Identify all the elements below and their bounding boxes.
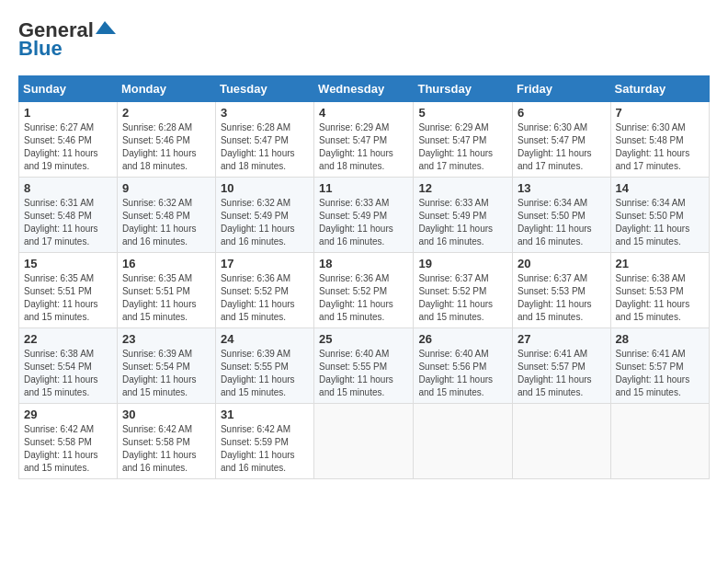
day-number: 18: [319, 257, 408, 270]
calendar-cell: [610, 404, 709, 479]
dow-header-friday: Friday: [513, 76, 611, 102]
calendar-cell: 1Sunrise: 6:27 AMSunset: 5:46 PMDaylight…: [19, 102, 118, 178]
day-number: 20: [518, 257, 606, 270]
day-info: Sunrise: 6:36 AMSunset: 5:52 PMDaylight:…: [221, 272, 309, 324]
calendar-week-5: 29Sunrise: 6:42 AMSunset: 5:58 PMDayligh…: [19, 404, 710, 479]
dow-header-saturday: Saturday: [610, 76, 709, 102]
day-info: Sunrise: 6:37 AMSunset: 5:52 PMDaylight:…: [418, 272, 507, 324]
calendar-cell: 20Sunrise: 6:37 AMSunset: 5:53 PMDayligh…: [513, 253, 611, 328]
day-info: Sunrise: 6:42 AMSunset: 5:58 PMDaylight:…: [24, 423, 112, 475]
day-info: Sunrise: 6:36 AMSunset: 5:52 PMDaylight:…: [319, 272, 408, 324]
day-number: 31: [221, 408, 309, 421]
calendar-cell: 18Sunrise: 6:36 AMSunset: 5:52 PMDayligh…: [314, 253, 414, 328]
calendar-cell: 19Sunrise: 6:37 AMSunset: 5:52 PMDayligh…: [414, 253, 513, 328]
calendar-cell: 12Sunrise: 6:33 AMSunset: 5:49 PMDayligh…: [414, 178, 513, 253]
calendar-cell: [414, 404, 513, 479]
calendar-table: SundayMondayTuesdayWednesdayThursdayFrid…: [18, 75, 710, 479]
day-number: 28: [616, 332, 704, 346]
calendar-body: 1Sunrise: 6:27 AMSunset: 5:46 PMDaylight…: [19, 102, 710, 479]
dow-header-monday: Monday: [117, 76, 215, 102]
day-number: 5: [418, 106, 507, 120]
day-info: Sunrise: 6:42 AMSunset: 5:58 PMDaylight:…: [122, 423, 210, 475]
calendar-cell: 28Sunrise: 6:41 AMSunset: 5:57 PMDayligh…: [610, 328, 709, 404]
day-info: Sunrise: 6:33 AMSunset: 5:49 PMDaylight:…: [418, 197, 507, 248]
calendar-cell: [314, 404, 414, 479]
day-info: Sunrise: 6:31 AMSunset: 5:48 PMDaylight:…: [24, 197, 112, 248]
day-number: 10: [221, 181, 309, 195]
calendar-cell: 29Sunrise: 6:42 AMSunset: 5:58 PMDayligh…: [19, 404, 118, 479]
calendar-cell: 10Sunrise: 6:32 AMSunset: 5:49 PMDayligh…: [215, 178, 313, 253]
day-info: Sunrise: 6:42 AMSunset: 5:59 PMDaylight:…: [221, 423, 309, 475]
day-number: 4: [319, 106, 408, 120]
day-info: Sunrise: 6:27 AMSunset: 5:46 PMDaylight:…: [24, 121, 112, 173]
day-info: Sunrise: 6:28 AMSunset: 5:46 PMDaylight:…: [122, 121, 210, 173]
logo: General Blue: [18, 18, 116, 61]
calendar-cell: 4Sunrise: 6:29 AMSunset: 5:47 PMDaylight…: [314, 102, 414, 178]
day-number: 27: [518, 332, 606, 346]
calendar-week-3: 15Sunrise: 6:35 AMSunset: 5:51 PMDayligh…: [19, 253, 710, 328]
day-info: Sunrise: 6:30 AMSunset: 5:47 PMDaylight:…: [518, 121, 606, 173]
day-info: Sunrise: 6:40 AMSunset: 5:55 PMDaylight:…: [319, 348, 408, 399]
calendar-cell: 17Sunrise: 6:36 AMSunset: 5:52 PMDayligh…: [215, 253, 313, 328]
day-number: 8: [24, 181, 112, 195]
calendar-cell: 3Sunrise: 6:28 AMSunset: 5:47 PMDaylight…: [215, 102, 313, 178]
calendar-cell: 6Sunrise: 6:30 AMSunset: 5:47 PMDaylight…: [513, 102, 611, 178]
day-number: 17: [221, 257, 309, 270]
day-info: Sunrise: 6:29 AMSunset: 5:47 PMDaylight:…: [319, 121, 408, 173]
day-info: Sunrise: 6:41 AMSunset: 5:57 PMDaylight:…: [518, 348, 606, 399]
calendar-cell: 8Sunrise: 6:31 AMSunset: 5:48 PMDaylight…: [19, 178, 118, 253]
calendar-cell: 16Sunrise: 6:35 AMSunset: 5:51 PMDayligh…: [117, 253, 215, 328]
day-number: 24: [221, 332, 309, 346]
svg-marker-0: [96, 21, 116, 34]
day-number: 2: [122, 106, 210, 120]
day-number: 12: [418, 181, 507, 195]
page-header: General Blue: [18, 18, 710, 61]
day-info: Sunrise: 6:39 AMSunset: 5:55 PMDaylight:…: [221, 348, 309, 399]
day-info: Sunrise: 6:40 AMSunset: 5:56 PMDaylight:…: [418, 348, 507, 399]
calendar-cell: 23Sunrise: 6:39 AMSunset: 5:54 PMDayligh…: [117, 328, 215, 404]
calendar-cell: 26Sunrise: 6:40 AMSunset: 5:56 PMDayligh…: [414, 328, 513, 404]
calendar-cell: 13Sunrise: 6:34 AMSunset: 5:50 PMDayligh…: [513, 178, 611, 253]
dow-header-thursday: Thursday: [414, 76, 513, 102]
day-number: 13: [518, 181, 606, 195]
day-number: 16: [122, 257, 210, 270]
day-info: Sunrise: 6:37 AMSunset: 5:53 PMDaylight:…: [518, 272, 606, 324]
calendar-week-2: 8Sunrise: 6:31 AMSunset: 5:48 PMDaylight…: [19, 178, 710, 253]
calendar-cell: 2Sunrise: 6:28 AMSunset: 5:46 PMDaylight…: [117, 102, 215, 178]
day-info: Sunrise: 6:33 AMSunset: 5:49 PMDaylight:…: [319, 197, 408, 248]
calendar-cell: 15Sunrise: 6:35 AMSunset: 5:51 PMDayligh…: [19, 253, 118, 328]
day-number: 23: [122, 332, 210, 346]
calendar-cell: 31Sunrise: 6:42 AMSunset: 5:59 PMDayligh…: [215, 404, 313, 479]
calendar-cell: 24Sunrise: 6:39 AMSunset: 5:55 PMDayligh…: [215, 328, 313, 404]
day-info: Sunrise: 6:38 AMSunset: 5:53 PMDaylight:…: [616, 272, 704, 324]
calendar-week-4: 22Sunrise: 6:38 AMSunset: 5:54 PMDayligh…: [19, 328, 710, 404]
day-info: Sunrise: 6:32 AMSunset: 5:48 PMDaylight:…: [122, 197, 210, 248]
day-number: 22: [24, 332, 112, 346]
day-number: 7: [616, 106, 704, 120]
day-info: Sunrise: 6:29 AMSunset: 5:47 PMDaylight:…: [418, 121, 507, 173]
calendar-week-1: 1Sunrise: 6:27 AMSunset: 5:46 PMDaylight…: [19, 102, 710, 178]
day-info: Sunrise: 6:34 AMSunset: 5:50 PMDaylight:…: [616, 197, 704, 248]
days-of-week-row: SundayMondayTuesdayWednesdayThursdayFrid…: [19, 76, 710, 102]
dow-header-sunday: Sunday: [19, 76, 118, 102]
calendar-cell: 14Sunrise: 6:34 AMSunset: 5:50 PMDayligh…: [610, 178, 709, 253]
day-info: Sunrise: 6:32 AMSunset: 5:49 PMDaylight:…: [221, 197, 309, 248]
day-info: Sunrise: 6:39 AMSunset: 5:54 PMDaylight:…: [122, 348, 210, 399]
day-number: 9: [122, 181, 210, 195]
calendar-cell: 11Sunrise: 6:33 AMSunset: 5:49 PMDayligh…: [314, 178, 414, 253]
day-info: Sunrise: 6:35 AMSunset: 5:51 PMDaylight:…: [122, 272, 210, 324]
calendar-cell: 25Sunrise: 6:40 AMSunset: 5:55 PMDayligh…: [314, 328, 414, 404]
day-number: 6: [518, 106, 606, 120]
calendar-cell: 30Sunrise: 6:42 AMSunset: 5:58 PMDayligh…: [117, 404, 215, 479]
day-info: Sunrise: 6:35 AMSunset: 5:51 PMDaylight:…: [24, 272, 112, 324]
day-number: 25: [319, 332, 408, 346]
day-info: Sunrise: 6:38 AMSunset: 5:54 PMDaylight:…: [24, 348, 112, 399]
logo-blue-text: Blue: [18, 37, 63, 61]
calendar-cell: [513, 404, 611, 479]
day-number: 30: [122, 408, 210, 421]
calendar-cell: 22Sunrise: 6:38 AMSunset: 5:54 PMDayligh…: [19, 328, 118, 404]
day-info: Sunrise: 6:41 AMSunset: 5:57 PMDaylight:…: [616, 348, 704, 399]
day-number: 14: [616, 181, 704, 195]
dow-header-wednesday: Wednesday: [314, 76, 414, 102]
day-info: Sunrise: 6:28 AMSunset: 5:47 PMDaylight:…: [221, 121, 309, 173]
